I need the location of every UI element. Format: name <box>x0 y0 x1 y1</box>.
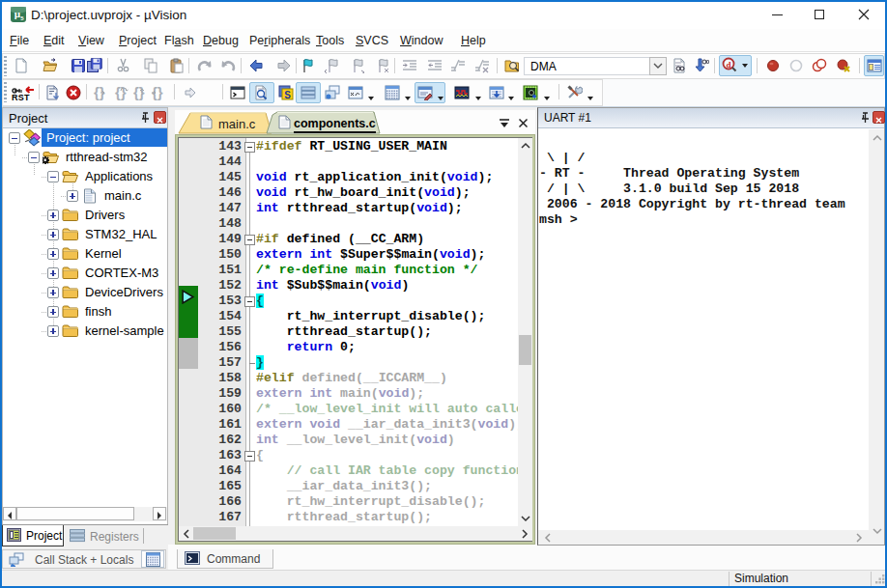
svg-text:d: d <box>726 60 730 70</box>
svg-text:{}: {} <box>115 85 127 100</box>
svg-text:S: S <box>284 90 291 100</box>
svg-text:{}: {} <box>133 85 145 100</box>
